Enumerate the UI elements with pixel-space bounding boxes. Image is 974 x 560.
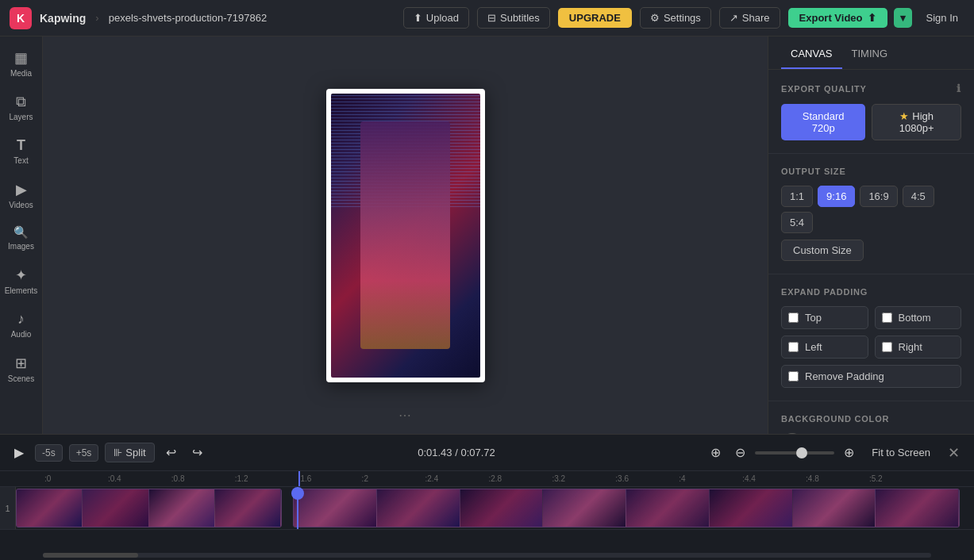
- zoom-max-button[interactable]: ⊕: [839, 442, 859, 463]
- fit-to-screen-button[interactable]: Fit to Screen: [865, 443, 937, 462]
- padding-left-checkbox[interactable]: [788, 342, 799, 352]
- track-row: 1: [0, 487, 974, 530]
- remove-padding-checkbox[interactable]: [788, 371, 799, 382]
- clip-thumb: [710, 489, 793, 527]
- padding-left-option[interactable]: Left: [781, 336, 868, 359]
- sidebar-item-videos[interactable]: ▶ Videos: [2, 175, 40, 216]
- upload-button[interactable]: ⬆ Upload: [403, 7, 469, 29]
- clip-thumb: [793, 489, 876, 527]
- tab-timing[interactable]: TIMING: [842, 36, 898, 69]
- size-16-9-button[interactable]: 16:9: [860, 186, 897, 207]
- export-quality-title: EXPORT QUALITY ℹ: [781, 82, 961, 94]
- timeline-tracks: 1: [0, 487, 974, 550]
- sidebar-item-text[interactable]: T Text: [2, 131, 40, 171]
- remove-padding-option[interactable]: Remove Padding: [781, 365, 961, 388]
- size-9-16-button[interactable]: 9:16: [818, 186, 855, 207]
- padding-right-label: Right: [899, 341, 922, 353]
- close-timeline-button[interactable]: ✕: [943, 443, 964, 463]
- layers-icon: ⧉: [16, 94, 26, 110]
- timeline-controls: ▶ -5s +5s ⊪ Split ↩ ↪ 0:01.43 / 0:07.72 …: [0, 435, 974, 471]
- scroll-track: [43, 553, 931, 558]
- elements-icon: ✦: [15, 267, 27, 284]
- clip-left[interactable]: [16, 489, 282, 527]
- background-color-section: BACKGROUND COLOR #ffffff ✏: [768, 401, 974, 434]
- standard-quality-button[interactable]: Standard 720p: [781, 104, 865, 140]
- background-color-title: BACKGROUND COLOR: [781, 414, 961, 424]
- sidebar-item-scenes[interactable]: ⊞ Scenes: [2, 348, 40, 389]
- sidebar-item-layers[interactable]: ⧉ Layers: [2, 87, 40, 128]
- padding-bottom-label: Bottom: [899, 312, 931, 324]
- sidebar-item-images[interactable]: 🔍 Images: [2, 219, 40, 257]
- videos-icon: ▶: [16, 181, 27, 198]
- remove-padding-label: Remove Padding: [805, 370, 884, 382]
- clip-thumb: [215, 489, 281, 527]
- clip-thumb: [460, 489, 544, 527]
- play-button[interactable]: ▶: [10, 442, 29, 463]
- output-size-section: OUTPUT SIZE 1:1 9:16 16:9 4:5 5:4 Custom…: [768, 154, 974, 274]
- padding-right-checkbox[interactable]: [882, 342, 892, 352]
- clip-thumb: [543, 489, 626, 527]
- canvas-area[interactable]: ⋯: [43, 36, 768, 434]
- size-4-5-button[interactable]: 4:5: [903, 186, 934, 207]
- main-content: ▦ Media ⧉ Layers T Text ▶ Videos 🔍 Image…: [0, 36, 974, 434]
- redo-button[interactable]: ↪: [187, 442, 207, 463]
- clip-thumb: [294, 489, 377, 527]
- high-quality-button[interactable]: ★High 1080p+: [872, 104, 961, 140]
- zoom-out-button[interactable]: ⊖: [730, 442, 750, 463]
- skip-back-button[interactable]: -5s: [35, 444, 63, 462]
- ruler-mark: :3.6: [614, 474, 677, 483]
- scroll-thumb[interactable]: [43, 553, 138, 558]
- clip-thumb: [17, 489, 83, 527]
- sidebar-item-label: Images: [8, 242, 34, 251]
- breadcrumb-sep: ›: [95, 12, 98, 24]
- ruler-mark: :2.4: [424, 474, 487, 483]
- size-buttons: 1:1 9:16 16:9 4:5 5:4: [781, 186, 961, 233]
- export-dropdown-button[interactable]: ▾: [894, 8, 912, 28]
- skip-forward-button[interactable]: +5s: [69, 444, 99, 462]
- padding-right-option[interactable]: Right: [875, 336, 962, 359]
- clip-thumb: [149, 489, 215, 527]
- undo-button[interactable]: ↩: [161, 442, 181, 463]
- gear-icon: ⚙: [650, 12, 660, 24]
- info-icon[interactable]: ℹ: [957, 82, 961, 94]
- size-1-1-button[interactable]: 1:1: [781, 186, 813, 207]
- subtitles-button[interactable]: ⊟ Subtitles: [477, 7, 550, 29]
- zoom-in-button[interactable]: ⊕: [706, 442, 726, 463]
- share-button[interactable]: ↗ Share: [719, 7, 780, 29]
- output-size-title: OUTPUT SIZE: [781, 167, 961, 176]
- timeline-scrollbar: [0, 550, 974, 560]
- padding-top-checkbox[interactable]: [788, 313, 799, 323]
- settings-button[interactable]: ⚙ Settings: [640, 7, 711, 29]
- project-name: pexels-shvets-production-7197862: [109, 12, 267, 24]
- sidebar-item-audio[interactable]: ♪ Audio: [2, 305, 40, 345]
- timeline-playhead-handle[interactable]: [291, 487, 304, 500]
- expand-padding-section: EXPAND PADDING Top Bottom Left Right: [768, 274, 974, 401]
- sidebar-item-elements[interactable]: ✦ Elements: [2, 260, 40, 301]
- clip-thumbnails: [294, 489, 959, 527]
- sidebar: ▦ Media ⧉ Layers T Text ▶ Videos 🔍 Image…: [0, 36, 43, 434]
- sidebar-item-label: Videos: [9, 201, 33, 209]
- export-button[interactable]: Export Video ⬆: [788, 8, 887, 28]
- sidebar-item-media[interactable]: ▦ Media: [2, 43, 40, 84]
- signin-button[interactable]: Sign In: [920, 8, 964, 28]
- padding-left-label: Left: [805, 341, 822, 353]
- panel-tabs: CANVAS TIMING: [768, 36, 974, 70]
- padding-bottom-checkbox[interactable]: [882, 313, 892, 323]
- size-5-4-button[interactable]: 5:4: [781, 212, 813, 233]
- split-button[interactable]: ⊪ Split: [105, 443, 154, 462]
- upload-icon: ⬆: [414, 12, 422, 24]
- ruler-mark: :2.8: [487, 474, 550, 483]
- upgrade-button[interactable]: UPGRADE: [558, 8, 632, 28]
- custom-size-button[interactable]: Custom Size: [781, 240, 864, 261]
- clip-right[interactable]: [293, 489, 960, 527]
- track-content: [16, 487, 974, 529]
- padding-bottom-option[interactable]: Bottom: [875, 306, 962, 329]
- ruler-mark: :0.4: [106, 474, 170, 483]
- tab-canvas[interactable]: CANVAS: [781, 36, 842, 69]
- padding-top-option[interactable]: Top: [781, 306, 868, 329]
- clip-thumb: [876, 489, 959, 527]
- app-logo: K: [10, 7, 32, 29]
- scenes-icon: ⊞: [15, 355, 27, 372]
- zoom-slider[interactable]: [755, 451, 834, 455]
- canvas-handle: ⋯: [398, 408, 413, 423]
